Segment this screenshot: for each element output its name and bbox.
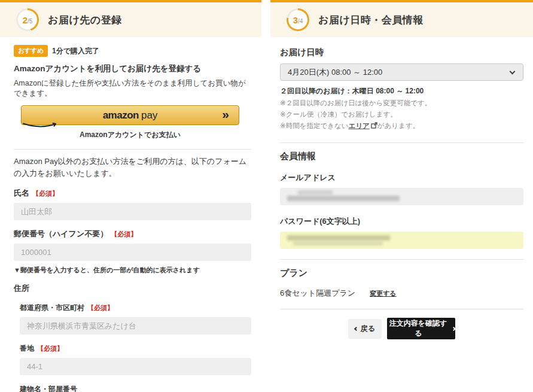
delivery-note: ※２回目以降のお届け日は後から変更可能です。 [280, 99, 523, 108]
email-label: メールアドレス [280, 172, 523, 183]
chevron-down-icon [510, 69, 516, 75]
street-input[interactable] [20, 358, 251, 375]
required-badge: 【必須】 [37, 345, 63, 352]
prefecture-field-group: 都道府県・市区町村【必須】 [20, 302, 251, 335]
back-button[interactable]: 戻る [348, 319, 382, 339]
street-field-group: 番地【必須】 [20, 342, 251, 375]
step-total: /4 [298, 18, 303, 25]
external-link-icon [371, 122, 377, 129]
password-field[interactable] [280, 232, 523, 249]
delivery-selected-value: 4月20日(木) 08:00 ～ 12:00 [288, 67, 382, 78]
required-badge: 【必須】 [111, 230, 137, 238]
prefecture-input[interactable] [20, 317, 251, 335]
delivery-datetime-select[interactable]: 4月20日(木) 08:00 ～ 12:00 [280, 63, 523, 81]
delivery-member-panel: 3/4 お届け日時・会員情報 お届け日時 4月20日(木) 08:00 ～ 12… [270, 0, 533, 339]
postal-label: 郵便番号（ハイフン不要） [14, 229, 108, 238]
redacted-email-value [287, 190, 400, 201]
step-total: /5 [28, 18, 32, 25]
postal-input[interactable] [14, 244, 251, 261]
form-intro: Amazon Pay以外のお支払い方法をご利用の方は、以下のフォームの入力をお願… [14, 156, 251, 180]
address-section: 住所 都道府県・市区町村【必須】 番地【必須】 建物名・部屋番号 [14, 282, 251, 392]
plan-row: 6食セット隔週プラン 変更する [280, 288, 523, 299]
promo-row: おすすめ 1分で購入完了 [14, 45, 251, 57]
repeat-delivery-note: ２回目以降のお届け：木曜日 08:00 ～ 12:00 [280, 86, 523, 96]
action-buttons: 戻る 注文内容を確認する [280, 318, 523, 339]
street-label: 番地 [20, 344, 34, 353]
page-title: お届け先の登録 [48, 13, 122, 27]
chevron-left-icon [354, 326, 358, 330]
step-progress-ring: 2/5 [16, 8, 39, 31]
area-link[interactable]: エリア [348, 122, 369, 129]
address-registration-panel: 2/5 お届け先の登録 おすすめ 1分で購入完了 Amazonアカウントを利用し… [0, 0, 261, 392]
confirm-order-button[interactable]: 注文内容を確認する [387, 318, 455, 339]
required-badge: 【必須】 [87, 304, 114, 311]
promo-text: 1分で購入完了 [52, 46, 99, 56]
amazon-pay-caption: Amazonアカウントでお支払い [21, 130, 239, 140]
building-label: 建物名・部屋番号 [20, 385, 77, 392]
recommend-badge: おすすめ [14, 45, 48, 57]
step-current: 3 [293, 15, 298, 25]
plan-change-link[interactable]: 変更する [370, 289, 397, 298]
postal-note: ▼郵便番号を入力すると、住所の一部が自動的に表示されます [14, 266, 251, 275]
amazon-smile-icon [22, 123, 59, 128]
divider [280, 259, 523, 260]
delivery-heading: お届け日時 [280, 47, 523, 58]
name-field-group: 氏名【必須】 [14, 187, 251, 220]
redacted-password-value [287, 234, 390, 245]
address-heading: 住所 [14, 284, 29, 293]
name-input[interactable] [14, 203, 251, 220]
amazon-pay-logo: amazon pay [103, 110, 158, 121]
password-field-group: パスワード(6文字以上) [280, 216, 523, 249]
double-chevron-icon: » [222, 107, 229, 121]
member-heading: 会員情報 [280, 151, 523, 162]
divider [280, 309, 523, 309]
email-field[interactable] [280, 188, 523, 205]
page-title: お届け日時・会員情報 [318, 13, 424, 27]
prefecture-label: 都道府県・市区町村 [20, 303, 84, 312]
required-badge: 【必須】 [32, 190, 59, 197]
area-note: ※時間を指定できないエリアがあります。 [280, 121, 523, 130]
name-label: 氏名 [14, 189, 29, 197]
panel-header: 2/5 お届け先の登録 [0, 2, 261, 37]
divider [280, 142, 523, 143]
amazon-section-description: Amazonに登録した住所や支払い方法をそのまま利用してお買い物ができます。 [14, 78, 251, 99]
amazon-section-heading: Amazonアカウントを利用してお届け先を登録する [14, 63, 251, 74]
building-field-group: 建物名・部屋番号 [20, 383, 251, 392]
step-current: 2 [23, 15, 28, 25]
panel-header: 3/4 お届け日時・会員情報 [270, 2, 533, 37]
amazon-pay-button[interactable]: amazon pay » [21, 105, 239, 125]
password-label: パスワード(6文字以上) [280, 216, 523, 227]
plan-value: 6食セット隔週プラン [280, 288, 355, 299]
chevron-right-icon [452, 327, 456, 331]
email-field-group: メールアドレス [280, 172, 523, 205]
postal-field-group: 郵便番号（ハイフン不要）【必須】 ▼郵便番号を入力すると、住所の一部が自動的に表… [14, 228, 251, 275]
delivery-note: ※クール便（冷凍）でお届けします。 [280, 110, 523, 119]
step-progress-ring: 3/4 [287, 8, 309, 31]
plan-heading: プラン [280, 268, 523, 279]
divider [14, 149, 251, 150]
